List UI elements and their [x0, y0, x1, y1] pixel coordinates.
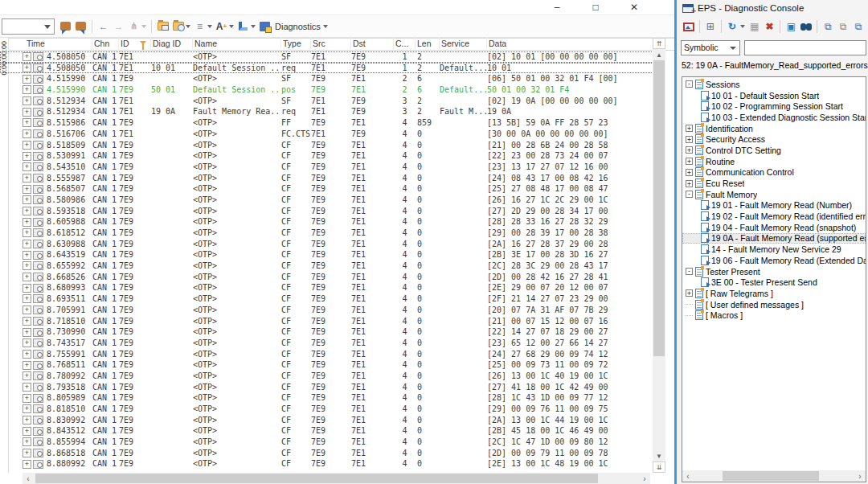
expand-toggle-icon[interactable]: + — [23, 317, 31, 326]
expand-toggle-icon[interactable]: + — [23, 328, 31, 337]
trace-row[interactable]: +8.880992CAN 17E9<OTP>CF7E97E140[2E] 13 … — [0, 458, 655, 470]
tree-item[interactable]: -Sessions — [682, 79, 866, 90]
trace-row[interactable]: +8.843512CAN 17E9<OTP>CF7E97E140[2B] 45 … — [0, 425, 655, 437]
scroll-bottom-icon[interactable]: ⇊ — [653, 461, 665, 473]
trace-row[interactable]: +8.568507CAN 17E9<OTP>CF7E97E140[25] 27 … — [0, 183, 655, 195]
expand-toggle-icon[interactable]: + — [23, 218, 31, 227]
trace-row[interactable]: +8.580986CAN 17E9<OTP>CF7E97E140[26] 16 … — [0, 195, 655, 206]
scroll-right-icon[interactable]: › — [854, 470, 866, 482]
vertical-scrollbar[interactable]: ⇈ ▲ ▼ ⇊ — [653, 38, 665, 473]
expand-toggle-icon[interactable]: + — [23, 129, 31, 138]
trace-row[interactable]: +8.512934CAN 17E1<OTP>SF7E17E932[02] 19 … — [0, 96, 655, 107]
collapse-toggle-icon[interactable]: - — [686, 80, 693, 88]
tree-item[interactable]: 19 0A - Fault Memory Read (supported err… — [682, 233, 866, 244]
tree-item[interactable]: +Control DTC Setting — [682, 145, 866, 156]
trace-row[interactable]: +8.512934CAN 17E119 0AFault Memory Rea..… — [0, 106, 655, 117]
interpretation-mode-combobox[interactable]: Symbolic — [681, 40, 740, 55]
tree-item[interactable]: [ User defined messages ] — [682, 299, 866, 310]
chevron-down-icon[interactable] — [229, 25, 234, 28]
column-header-dst[interactable]: Dst — [351, 38, 394, 51]
expand-toggle-icon[interactable]: + — [23, 108, 31, 117]
trace-row[interactable]: +8.543510CAN 17E9<OTP>CF7E97E140[23] 13 … — [0, 162, 655, 173]
tree-item[interactable]: +Communication Control — [682, 167, 866, 178]
console-settings-icon[interactable]: ▦ — [747, 20, 762, 34]
trace-row[interactable]: +8.518509CAN 17E9<OTP>CF7E97E140[21] 00 … — [0, 140, 655, 151]
expand-toggle-icon[interactable]: + — [23, 394, 31, 403]
chevron-down-icon[interactable] — [141, 25, 146, 28]
column-header-c[interactable]: C... — [394, 38, 416, 51]
expand-toggle-icon[interactable]: + — [23, 141, 31, 150]
expand-toggle-icon[interactable]: + — [686, 158, 693, 165]
column-header-src[interactable]: Src — [311, 38, 351, 51]
expand-toggle-icon[interactable]: + — [23, 185, 31, 194]
expand-toggle-icon[interactable]: + — [23, 261, 31, 270]
trace-row[interactable]: +8.530991CAN 17E9<OTP>CF7E97E140[22] 23 … — [0, 150, 655, 162]
column-header-len[interactable]: Len — [416, 38, 440, 51]
close-button[interactable]: ✕ — [622, 1, 646, 14]
column-header-data[interactable]: Data — [487, 38, 674, 51]
maximize-button[interactable]: □ — [583, 1, 608, 14]
chevron-down-icon[interactable] — [251, 25, 256, 28]
tree-item[interactable]: 3E 00 - Tester Present Send — [682, 277, 866, 288]
expand-toggle-icon[interactable]: + — [23, 338, 31, 347]
trace-filter-combobox[interactable] — [2, 18, 55, 35]
trace-row[interactable]: +8.868518CAN 17E9<OTP>CF7E97E140[2D] 00 … — [0, 448, 655, 459]
trace-row[interactable]: +8.830992CAN 17E9<OTP>CF7E97E140[2A] 13 … — [0, 415, 655, 426]
trace-row[interactable]: +8.705991CAN 17E9<OTP>CF7E97E140[20] 07 … — [0, 305, 655, 316]
tree-item[interactable]: 19 04 - Fault Memory Read (snapshot) — [682, 222, 866, 233]
expand-toggle-icon[interactable]: + — [23, 64, 31, 72]
expand-toggle-icon[interactable]: + — [23, 240, 31, 248]
scroll-top-icon[interactable]: ⇈ — [653, 38, 665, 49]
trace-row[interactable]: +8.515986CAN 17E9<OTP>FF7E97E14859[13 5B… — [0, 117, 655, 129]
expand-toggle-icon[interactable]: + — [23, 85, 31, 94]
expand-toggle-icon[interactable]: + — [686, 289, 693, 297]
expand-toggle-icon[interactable]: + — [23, 195, 31, 204]
tree-horizontal-scrollbar[interactable]: ‹ › — [682, 470, 866, 482]
trace-row[interactable]: +4.508050CAN 17E110 01Default Session ..… — [0, 63, 655, 74]
tree-item[interactable]: +Security Access — [682, 133, 866, 145]
trace-row[interactable]: +4.508050CAN 17E1<OTP>SF7E17E912[02] 10 … — [0, 51, 655, 63]
send-repeat-icon[interactable]: ⧉ — [851, 20, 866, 34]
trace-row[interactable]: +4.515990CAN 17E9<OTP>SF7E97E126[06] 50 … — [0, 73, 655, 84]
tree-item[interactable]: 10 02 - Programming Session Start — [682, 100, 866, 112]
trace-row[interactable]: +8.643519CAN 17E9<OTP>CF7E97E140[2B] 3E … — [0, 249, 655, 260]
forward-icon[interactable]: → — [112, 20, 125, 33]
expand-toggle-icon[interactable]: + — [23, 460, 31, 469]
diagnostics-button[interactable]: Diagnostics — [275, 22, 321, 31]
trace-row[interactable]: +8.743517CAN 17E9<OTP>CF7E97E140[23] 65 … — [0, 338, 655, 349]
indent-mode-icon[interactable] — [236, 20, 250, 33]
expand-toggle-icon[interactable]: + — [23, 284, 31, 293]
branch-filter-icon[interactable]: ⋔ — [127, 20, 141, 33]
scroll-down-icon[interactable]: ▼ — [653, 450, 665, 461]
goto-next-marker-icon[interactable] — [74, 20, 88, 33]
trace-row[interactable]: +8.655992CAN 17E9<OTP>CF7E97E140[2C] 28 … — [0, 260, 655, 272]
trace-row[interactable]: +8.730990CAN 17E9<OTP>CF7E97E140[22] 14 … — [0, 326, 655, 338]
send-request-icon[interactable]: ⧉ — [821, 20, 835, 34]
tree-item[interactable]: -Fault Memory — [682, 189, 866, 200]
expand-toggle-icon[interactable]: + — [23, 294, 31, 303]
scroll-left-icon[interactable]: ‹ — [682, 470, 694, 482]
service-filter-input[interactable] — [744, 40, 866, 55]
tree-item[interactable]: +Routine — [682, 156, 866, 167]
tree-item[interactable]: 19 01 - Fault Memory Read (Number) — [682, 200, 866, 211]
expand-toggle-icon[interactable]: + — [686, 180, 693, 187]
tree-item[interactable]: +Identification — [682, 123, 866, 134]
trace-row[interactable]: +8.630988CAN 17E9<OTP>CF7E97E140[2A] 16 … — [0, 239, 655, 250]
trace-row[interactable]: +8.618512CAN 17E9<OTP>CF7E97E140[29] 00 … — [0, 228, 655, 239]
trace-row[interactable]: +8.680993CAN 17E9<OTP>CF7E97E140[2E] 29 … — [0, 282, 655, 293]
expand-toggle-icon[interactable]: + — [23, 404, 31, 413]
expand-toggle-icon[interactable]: + — [23, 273, 31, 281]
time-mode-icon[interactable] — [171, 20, 185, 33]
trace-row[interactable]: +8.718510CAN 17E9<OTP>CF7E97E140[21] 00 … — [0, 316, 655, 327]
new-window-icon[interactable]: ⊞ — [703, 20, 718, 34]
scroll-right-icon[interactable]: › — [639, 473, 650, 484]
trace-view-icon[interactable] — [682, 20, 696, 34]
collapse-toggle-icon[interactable]: - — [686, 191, 693, 198]
history-icon[interactable]: ↻ — [725, 20, 739, 34]
trace-row[interactable]: +8.805989CAN 17E9<OTP>CF7E97E140[28] 1C … — [0, 392, 655, 404]
expand-toggle-icon[interactable]: + — [23, 383, 31, 392]
goto-previous-marker-icon[interactable] — [59, 20, 72, 33]
chevron-down-icon[interactable] — [207, 25, 212, 28]
chevron-down-icon[interactable] — [740, 25, 745, 28]
search-icon[interactable] — [799, 20, 813, 34]
